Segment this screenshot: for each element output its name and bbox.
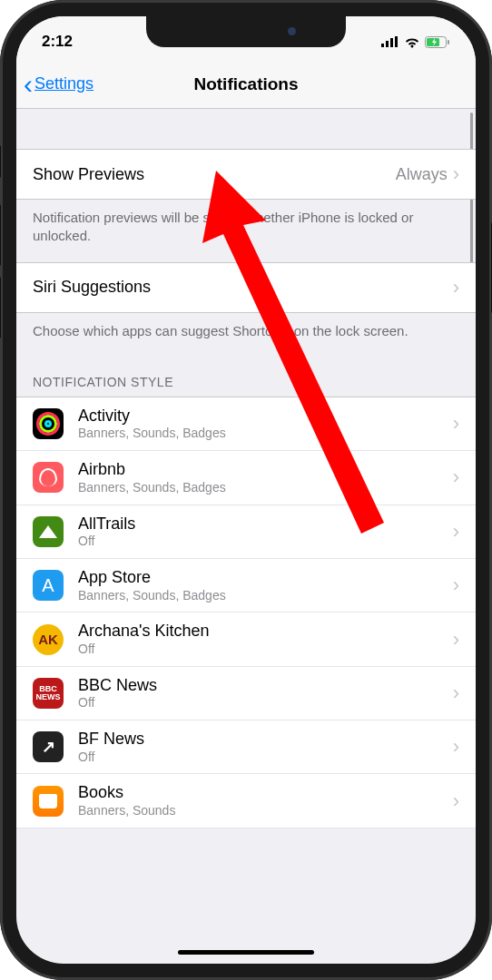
notch <box>146 16 346 47</box>
volume-down-button <box>0 277 1 338</box>
chevron-right-icon: › <box>453 162 459 186</box>
chevron-right-icon: › <box>453 520 459 544</box>
nav-bar: ‹ Settings Notifications <box>16 60 476 109</box>
back-label: Settings <box>34 74 93 93</box>
app-sub-label: Banners, Sounds, Badges <box>78 480 453 495</box>
app-sub-label: Off <box>78 642 453 657</box>
app-row-app-store[interactable]: App StoreBanners, Sounds, Badges› <box>16 559 476 612</box>
app-text: AllTrailsOff <box>78 514 453 549</box>
svg-rect-6 <box>448 40 449 44</box>
siri-footer: Choose which apps can suggest Shortcuts … <box>16 313 476 357</box>
mute-switch <box>0 145 1 178</box>
app-list: ActivityBanners, Sounds, Badges›AirbnbBa… <box>16 397 476 828</box>
app-icon: BBC NEWS <box>33 678 64 709</box>
app-name-label: Books <box>78 783 453 803</box>
app-text: BooksBanners, Sounds <box>78 783 453 818</box>
app-text: App StoreBanners, Sounds, Badges <box>78 568 453 603</box>
camera-dot <box>288 27 296 35</box>
app-row-archana-s-kitchen[interactable]: AKArchana's KitchenOff› <box>16 612 476 666</box>
chevron-right-icon: › <box>453 276 459 299</box>
app-name-label: Airbnb <box>78 460 453 480</box>
section-spacer <box>16 109 476 149</box>
app-sub-label: Off <box>78 534 453 549</box>
chevron-right-icon: › <box>453 681 459 705</box>
app-name-label: App Store <box>78 568 453 588</box>
previews-footer: Notification previews will be shown whet… <box>16 200 476 262</box>
app-sub-label: Banners, Sounds, Badges <box>78 426 453 441</box>
chevron-right-icon: › <box>453 628 459 652</box>
chevron-right-icon: › <box>453 412 459 436</box>
app-text: ActivityBanners, Sounds, Badges <box>78 407 453 441</box>
app-text: Archana's KitchenOff <box>78 622 453 656</box>
svg-rect-2 <box>390 38 393 47</box>
app-icon: AK <box>33 624 64 655</box>
chevron-right-icon: › <box>453 789 459 813</box>
app-icon <box>33 570 64 601</box>
svg-rect-1 <box>386 41 389 47</box>
app-text: BBC NewsOff <box>78 676 453 710</box>
status-time: 2:12 <box>42 33 73 51</box>
chevron-left-icon: ‹ <box>24 71 33 98</box>
app-icon <box>33 408 64 439</box>
app-name-label: AllTrails <box>78 514 453 534</box>
show-previews-value: Always <box>396 165 448 184</box>
app-text: BF NewsOff <box>78 730 453 764</box>
siri-suggestions-label: Siri Suggestions <box>33 278 151 297</box>
app-sub-label: Banners, Sounds, Badges <box>78 588 453 603</box>
status-icons <box>381 36 450 48</box>
phone-frame: 2:12 ‹ Settings Notifications Show Previ… <box>0 0 492 980</box>
app-sub-label: Off <box>78 750 453 765</box>
back-button[interactable]: ‹ Settings <box>16 71 93 98</box>
home-indicator[interactable] <box>178 950 314 955</box>
battery-icon <box>425 36 450 48</box>
app-name-label: Activity <box>78 407 453 426</box>
app-row-books[interactable]: BooksBanners, Sounds› <box>16 774 476 828</box>
screen: 2:12 ‹ Settings Notifications Show Previ… <box>16 16 476 964</box>
app-icon <box>33 786 64 817</box>
app-name-label: BBC News <box>78 676 453 696</box>
app-icon <box>33 731 64 762</box>
app-sub-label: Banners, Sounds <box>78 803 453 818</box>
chevron-right-icon: › <box>453 735 459 759</box>
svg-rect-3 <box>395 36 398 47</box>
app-icon <box>33 516 64 547</box>
chevron-right-icon: › <box>453 466 459 489</box>
app-row-bf-news[interactable]: BF NewsOff› <box>16 720 476 774</box>
chevron-right-icon: › <box>453 573 459 597</box>
show-previews-label: Show Previews <box>33 165 144 184</box>
content-scroll[interactable]: Show Previews Always › Notification prev… <box>16 109 476 946</box>
notification-style-header: NOTIFICATION STYLE <box>16 357 476 397</box>
app-name-label: Archana's Kitchen <box>78 622 453 642</box>
app-row-activity[interactable]: ActivityBanners, Sounds, Badges› <box>16 397 476 451</box>
app-text: AirbnbBanners, Sounds, Badges <box>78 460 453 495</box>
show-previews-row[interactable]: Show Previews Always › <box>16 149 476 200</box>
svg-rect-0 <box>381 44 384 47</box>
app-row-airbnb[interactable]: AirbnbBanners, Sounds, Badges› <box>16 451 476 505</box>
wifi-icon <box>404 36 420 48</box>
app-name-label: BF News <box>78 730 453 750</box>
siri-suggestions-row[interactable]: Siri Suggestions › <box>16 262 476 313</box>
volume-up-button <box>0 204 1 266</box>
cellular-icon <box>381 36 399 47</box>
app-icon <box>33 462 64 493</box>
app-row-bbc-news[interactable]: BBC NEWSBBC NewsOff› <box>16 667 476 720</box>
app-sub-label: Off <box>78 695 453 710</box>
app-row-alltrails[interactable]: AllTrailsOff› <box>16 505 476 559</box>
